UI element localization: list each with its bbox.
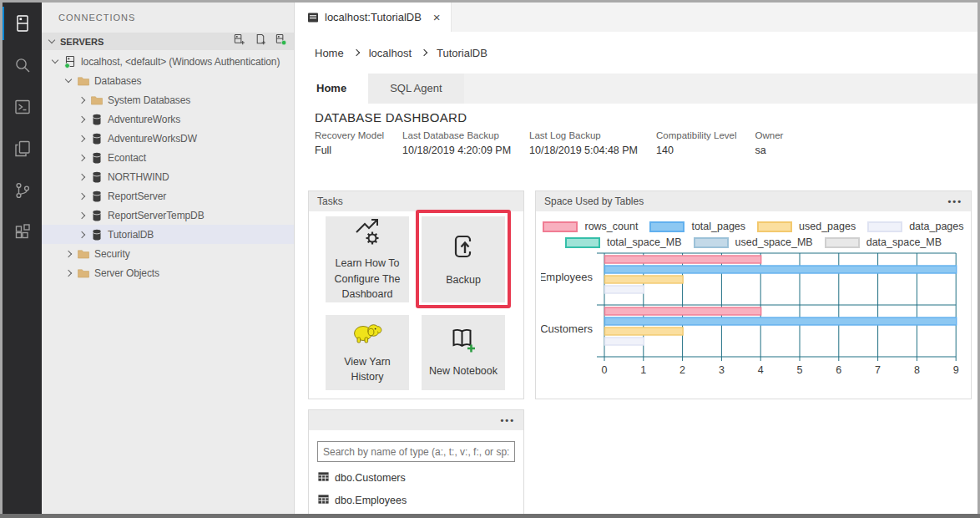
tree-item-label: Databases <box>94 75 141 87</box>
chevron-right-icon <box>75 94 88 107</box>
servers-section-header[interactable]: SERVERS <box>42 33 294 50</box>
legend-swatch <box>694 237 729 248</box>
task-learn-how-to-configure-the-dashboard-button[interactable]: Learn How To Configure The Dashboard <box>326 216 409 302</box>
activity-terminal-icon[interactable] <box>3 86 42 128</box>
new-server-group-icon[interactable] <box>254 33 266 49</box>
tab-sql-agent[interactable]: SQL Agent <box>368 74 463 104</box>
database-icon <box>90 228 104 241</box>
breadcrumb-tutorialdb[interactable]: TutorialDB <box>437 47 487 59</box>
tree-item-server-objects[interactable]: Server Objects <box>42 263 294 282</box>
task-view-yarn-history-button[interactable]: View Yarn History <box>326 315 409 390</box>
task-label: New Notebook <box>429 363 498 378</box>
close-icon[interactable]: × <box>433 10 441 24</box>
database-icon <box>90 132 104 145</box>
activity-extensions-icon[interactable] <box>3 211 42 253</box>
svg-text:2: 2 <box>679 364 685 376</box>
property-label: Recovery Model <box>315 130 384 140</box>
property-compatibility-level: Compatibility Level140 <box>656 130 737 156</box>
tree-item-label: localhost, <default> (Windows Authentica… <box>81 56 280 68</box>
tree-item-databases[interactable]: Databases <box>42 71 294 90</box>
servers-label: SERVERS <box>60 37 104 47</box>
task-new-notebook-button[interactable]: New Notebook <box>422 315 505 390</box>
folder-icon <box>77 74 90 88</box>
new-connection-icon[interactable] <box>233 33 245 49</box>
chevron-right-icon <box>421 49 427 56</box>
breadcrumb: Home localhost TutorialDB <box>295 32 977 74</box>
svg-text:6: 6 <box>836 364 841 376</box>
breadcrumb-home[interactable]: Home <box>315 47 344 59</box>
window-border <box>0 514 980 518</box>
tree-item-reportservertempdb[interactable]: ReportServerTempDB <box>42 206 294 225</box>
legend-swatch <box>543 221 578 232</box>
legend-swatch <box>565 237 600 248</box>
chevron-down-icon <box>48 55 62 69</box>
tab-localhost-tutorialdb[interactable]: localhost:TutorialDB × <box>295 3 452 32</box>
database-icon <box>90 113 104 126</box>
database-icon <box>90 190 104 203</box>
legend-label: data_pages <box>909 221 963 232</box>
object-dbo-employees[interactable]: dbo.Employees <box>317 490 515 510</box>
tree-item-adventureworks[interactable]: AdventureWorks <box>42 109 294 129</box>
tree-item-label: ReportServer <box>108 190 166 202</box>
legend-label: used_pages <box>799 221 856 232</box>
tree-item-econtact[interactable]: Econtact <box>42 148 294 167</box>
task-backup-button[interactable]: Backup <box>422 216 505 302</box>
folder-icon <box>77 267 90 280</box>
configure-dashboard-icon <box>350 217 385 256</box>
chart-legend-row-1: rows_counttotal_pagesused_pagesdata_page… <box>536 221 971 232</box>
tree-item-northwind[interactable]: NORTHWIND <box>42 167 294 186</box>
property-owner: Ownersa <box>755 130 784 156</box>
object-list: dbo.Customersdbo.Employees <box>317 468 515 510</box>
svg-text:7: 7 <box>875 364 881 376</box>
chevron-right-icon <box>75 170 88 184</box>
app-window: CONNECTIONS SERVERS localhost, <default>… <box>0 0 980 518</box>
property-label: Last Log Backup <box>529 130 638 140</box>
tab-title: localhost:TutorialDB <box>325 11 422 23</box>
object-search-widget: ••• dbo.Customersdbo.Employees <box>308 409 524 514</box>
folder-icon <box>77 247 90 261</box>
property-value: 10/18/2019 4:20:09 PM <box>402 145 511 156</box>
object-dbo-customers[interactable]: dbo.Customers <box>317 468 515 488</box>
tree-item-system-databases[interactable]: System Databases <box>42 90 294 109</box>
tree-item-localhost-default-windows-authentication[interactable]: localhost, <default> (Windows Authentica… <box>42 52 294 71</box>
more-actions-icon[interactable]: ••• <box>500 416 515 424</box>
activity-connections-icon[interactable] <box>3 3 42 44</box>
editor-area: localhost:TutorialDB × Home localhost Tu… <box>294 3 977 514</box>
legend-label: rows_count <box>584 221 638 232</box>
chart-title: Space Used by Tables <box>544 196 644 207</box>
activity-source-control-icon[interactable] <box>3 170 42 211</box>
task-label: Backup <box>446 272 481 287</box>
svg-text:8: 8 <box>914 364 920 376</box>
tasks-title: Tasks <box>317 196 343 207</box>
more-actions-icon[interactable]: ••• <box>947 197 962 206</box>
tree-item-label: AdventureWorks <box>108 114 180 125</box>
tree-item-label: System Databases <box>108 94 190 106</box>
legend-swatch <box>757 221 792 232</box>
activity-search-icon[interactable] <box>3 44 42 86</box>
database-icon <box>90 209 104 222</box>
tree-item-adventureworksdw[interactable]: AdventureWorksDW <box>42 129 294 148</box>
object-search-input[interactable] <box>317 441 515 462</box>
property-last-database-backup: Last Database Backup10/18/2019 4:20:09 P… <box>402 130 511 156</box>
legend-swatch <box>649 221 684 232</box>
database-properties: Recovery ModelFullLast Database Backup10… <box>315 130 801 156</box>
property-label: Last Database Backup <box>402 130 511 140</box>
svg-text:Customers: Customers <box>541 322 593 335</box>
new-notebook-icon <box>448 327 478 363</box>
server-icon <box>63 55 77 69</box>
chart-legend-row-2: total_space_MBused_space_MBdata_space_MB <box>536 236 971 248</box>
tree-item-label: Econtact <box>108 152 146 164</box>
tree-item-security[interactable]: Security <box>42 244 294 263</box>
breadcrumb-localhost[interactable]: localhost <box>369 47 412 59</box>
table-icon <box>317 470 335 485</box>
property-recovery-model: Recovery ModelFull <box>315 130 384 156</box>
tree-item-reportserver[interactable]: ReportServer <box>42 186 294 206</box>
legend-label: data_space_MB <box>866 236 942 248</box>
object-label: dbo.Employees <box>335 495 407 506</box>
active-connections-icon[interactable] <box>275 33 287 49</box>
activity-notebooks-icon[interactable] <box>3 128 42 170</box>
tree-item-tutorialdb[interactable]: TutorialDB <box>42 225 294 244</box>
tab-home[interactable]: Home <box>295 74 368 104</box>
tree-item-label: NORTHWIND <box>108 171 169 183</box>
chevron-down-icon <box>62 74 75 88</box>
